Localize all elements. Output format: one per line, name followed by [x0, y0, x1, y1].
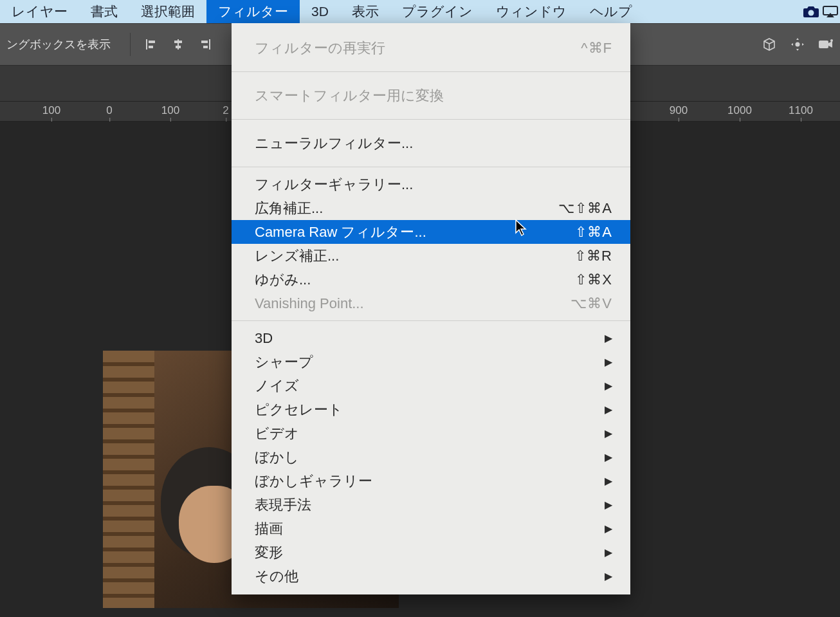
align-group: [143, 37, 213, 52]
submenu-arrow-icon: ▶: [605, 356, 612, 368]
menu-レイヤー[interactable]: レイヤー: [0, 0, 79, 23]
submenu-arrow-icon: ▶: [605, 332, 612, 344]
submenu-arrow-icon: ▶: [605, 427, 612, 439]
submenu-arrow-icon: ▶: [605, 522, 612, 535]
menu-item-label: ぼかしギャラリー: [255, 472, 372, 491]
align-center-icon[interactable]: [170, 37, 186, 52]
menu-separator: [232, 119, 630, 120]
ruler-tick: 100: [161, 104, 179, 117]
menu-item-label: シャープ: [255, 353, 313, 372]
3d-mode-icon[interactable]: [762, 37, 777, 52]
menu-item-フィルターギャラリー...[interactable]: フィルターギャラリー...: [232, 172, 630, 196]
menu-item-スマートフィルター用に変換: スマートフィルター用に変換: [232, 77, 630, 114]
ruler-tick: 1000: [727, 104, 752, 117]
menu-item-shortcut: ⇧⌘A: [575, 224, 612, 241]
ruler-tick: 900: [670, 104, 688, 117]
menu-item-広角補正...[interactable]: 広角補正...⌥⇧⌘A: [232, 196, 630, 220]
align-left-icon[interactable]: [143, 37, 159, 52]
svg-rect-9: [201, 41, 208, 43]
menu-item-描画[interactable]: 描画▶: [232, 517, 630, 540]
menu-item-shortcut: ⌥⇧⌘A: [558, 200, 612, 217]
menu-item-label: レンズ補正...: [255, 246, 339, 266]
menu-item-shortcut: ⌥⌘V: [571, 295, 612, 312]
3d-orbit-icon[interactable]: [790, 37, 805, 52]
ruler-tick: 2: [223, 104, 228, 117]
submenu-arrow-icon: ▶: [605, 546, 612, 558]
menu-item-label: Camera Raw フィルター...: [255, 223, 426, 242]
menu-選択範囲[interactable]: 選択範囲: [129, 0, 206, 23]
menu-item-ニューラルフィルター...[interactable]: ニューラルフィルター...: [232, 125, 630, 161]
menu-3D[interactable]: 3D: [300, 0, 340, 23]
filter-menu-dropdown: フィルターの再実行^⌘Fスマートフィルター用に変換ニューラルフィルター...フィ…: [232, 23, 630, 594]
menu-item-ゆがみ...[interactable]: ゆがみ...⇧⌘X: [232, 268, 630, 291]
menu-ヘルプ[interactable]: ヘルプ: [578, 0, 644, 23]
submenu-arrow-icon: ▶: [605, 451, 612, 463]
menu-separator: [232, 71, 630, 72]
menu-プラグイン[interactable]: プラグイン: [390, 0, 484, 23]
menu-separator: [232, 167, 630, 167]
menu-item-ぼかしギャラリー[interactable]: ぼかしギャラリー▶: [232, 469, 630, 493]
menu-item-label: ビデオ: [255, 424, 299, 443]
menu-item-shortcut: ⇧⌘R: [574, 248, 612, 264]
svg-rect-10: [203, 46, 208, 48]
menu-item-フィルターの再実行: フィルターの再実行^⌘F: [232, 30, 630, 66]
menu-item-label: スマートフィルター用に変換: [255, 86, 444, 106]
submenu-arrow-icon: ▶: [605, 570, 612, 582]
menu-item-label: ぼかし: [255, 448, 299, 467]
menu-item-label: ピクセレート: [255, 400, 343, 419]
menu-item-label: ノイズ: [255, 376, 299, 396]
camera-record-icon[interactable]: [818, 37, 834, 52]
menu-表示[interactable]: 表示: [340, 0, 390, 23]
menu-item-label: その他: [255, 567, 298, 586]
menu-item-label: フィルターの再実行: [255, 39, 385, 58]
menu-item-シャープ[interactable]: シャープ▶: [232, 350, 630, 374]
svg-rect-3: [149, 41, 155, 43]
airplay-icon[interactable]: [821, 5, 840, 18]
menubar: レイヤー書式選択範囲フィルター3D表示プラグインウィンドウヘルプ: [0, 0, 840, 23]
menu-item-label: 描画: [255, 519, 283, 539]
menu-item-ビデオ[interactable]: ビデオ▶: [232, 421, 630, 445]
ruler-tick: 0: [106, 104, 112, 117]
svg-rect-6: [174, 41, 182, 43]
menu-item-Vanishing Point...: Vanishing Point...⌥⌘V: [232, 291, 630, 315]
svg-rect-8: [209, 39, 210, 50]
ruler-tick: 100: [42, 104, 60, 117]
menu-separator: [232, 320, 630, 321]
menu-item-変形[interactable]: 変形▶: [232, 540, 630, 564]
menu-item-ピクセレート[interactable]: ピクセレート▶: [232, 398, 630, 421]
menu-item-3D[interactable]: 3D▶: [232, 326, 630, 350]
camera-status-icon[interactable]: [801, 5, 821, 18]
svg-point-11: [796, 42, 800, 47]
menu-ウィンドウ[interactable]: ウィンドウ: [484, 0, 578, 23]
svg-rect-7: [176, 46, 181, 48]
submenu-arrow-icon: ▶: [605, 475, 612, 487]
menu-item-ノイズ[interactable]: ノイズ▶: [232, 374, 630, 398]
menu-item-label: 広角補正...: [255, 199, 323, 218]
menu-フィルター[interactable]: フィルター: [206, 0, 300, 23]
menu-item-label: フィルターギャラリー...: [255, 175, 413, 194]
submenu-arrow-icon: ▶: [605, 499, 612, 511]
menu-item-Camera Raw フィルター...[interactable]: Camera Raw フィルター...⇧⌘A: [232, 220, 630, 244]
menu-書式[interactable]: 書式: [79, 0, 129, 23]
menu-item-label: 3D: [255, 330, 273, 347]
menu-item-ぼかし[interactable]: ぼかし▶: [232, 445, 630, 469]
menu-item-表現手法[interactable]: 表現手法▶: [232, 493, 630, 517]
svg-rect-12: [819, 41, 828, 48]
menu-item-shortcut: ^⌘F: [581, 40, 612, 57]
submenu-arrow-icon: ▶: [605, 380, 612, 392]
options-bar-label: ングボックスを表示: [6, 37, 111, 52]
align-right-icon[interactable]: [197, 37, 213, 52]
svg-point-13: [830, 39, 833, 42]
svg-rect-4: [149, 46, 153, 48]
menu-item-レンズ補正...[interactable]: レンズ補正...⇧⌘R: [232, 244, 630, 268]
menu-item-label: Vanishing Point...: [255, 295, 364, 312]
menu-item-label: ニューラルフィルター...: [255, 134, 413, 153]
menu-item-label: 変形: [255, 543, 283, 562]
menu-item-shortcut: ⇧⌘X: [575, 272, 612, 288]
ruler-tick: 1100: [789, 104, 813, 117]
submenu-arrow-icon: ▶: [605, 403, 612, 416]
svg-rect-2: [146, 39, 147, 50]
menu-item-その他[interactable]: その他▶: [232, 564, 630, 588]
menu-item-label: ゆがみ...: [255, 270, 311, 290]
menu-item-label: 表現手法: [255, 495, 311, 515]
